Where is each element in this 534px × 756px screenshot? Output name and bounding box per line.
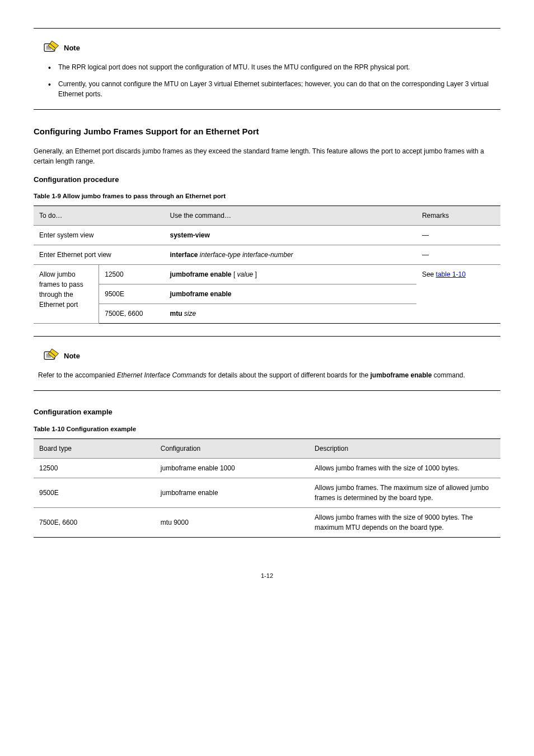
- table-row: Enter Ethernet port view interface inter…: [34, 245, 500, 265]
- note-block-1: Note The RPR logical port does not suppo…: [38, 40, 500, 99]
- page-number: 1-12: [34, 571, 500, 581]
- cell-remarks-group: See table 1-10: [416, 265, 500, 324]
- cell-board: 7500E, 6600: [99, 304, 165, 324]
- cmd-arg-inner: value: [237, 270, 254, 278]
- table-row: 7500E, 6600 mtu 9000 Allows jumbo frames…: [34, 508, 500, 538]
- section-body-text: Generally, an Ethernet port discards jum…: [34, 146, 500, 166]
- table-row: 12500 jumboframe enable 1000 Allows jumb…: [34, 459, 500, 478]
- cell-description: Allows jumbo frames with the size of 100…: [309, 459, 500, 478]
- th-configuration: Configuration: [155, 439, 309, 459]
- note-frag-italic: Ethernet Interface Commands: [117, 371, 207, 379]
- table-header-row: To do… Use the command… Remarks: [34, 206, 500, 226]
- cell-command: jumboframe enable [ value ]: [165, 265, 416, 284]
- note-frag-bold: jumboframe enable: [370, 371, 432, 379]
- th-remarks: Remarks: [416, 206, 500, 226]
- cmd-arg: [ value ]: [233, 270, 257, 278]
- note-bullet-item: Currently, you cannot configure the MTU …: [48, 79, 500, 99]
- cell-todo: Enter Ethernet port view: [34, 245, 165, 265]
- note-frag: for details about the support of differe…: [207, 371, 371, 379]
- table-caption-label: Table 1-9: [34, 193, 61, 199]
- table-jumbo-config: To do… Use the command… Remarks Enter sy…: [34, 206, 500, 324]
- table-row: Allow jumbo frames to pass through the E…: [34, 265, 500, 284]
- note-bullet-list-1: The RPR logical port does not support th…: [38, 62, 500, 99]
- cell-description: Allows jumbo frames with the size of 900…: [309, 508, 500, 538]
- divider-top-2: [34, 336, 500, 337]
- cell-configuration: jumboframe enable 1000: [155, 459, 309, 478]
- cell-board-type: 9500E: [34, 478, 155, 508]
- cell-command: interface interface-type interface-numbe…: [165, 245, 416, 265]
- subsection-heading-example: Configuration example: [34, 407, 500, 418]
- table-header-row: Board type Configuration Description: [34, 439, 500, 459]
- table-caption-2: Table 1-10 Configuration example: [34, 424, 500, 434]
- cell-command: mtu size: [165, 304, 416, 324]
- table-row: Enter system view system-view —: [34, 226, 500, 245]
- divider-top-1: [34, 28, 500, 29]
- cell-configuration: jumboframe enable: [155, 478, 309, 508]
- note-bullet-item: The RPR logical port does not support th…: [48, 62, 500, 72]
- note-text-2: Refer to the accompanied Ethernet Interf…: [38, 370, 500, 380]
- cell-board: 9500E: [99, 284, 165, 304]
- pencil-note-icon: [41, 348, 60, 362]
- cmd-bold: interface: [170, 251, 200, 259]
- remarks-link[interactable]: table 1-10: [436, 270, 466, 278]
- cell-board: 12500: [99, 265, 165, 284]
- note-block-2: Note Refer to the accompanied Ethernet I…: [38, 348, 500, 380]
- cell-command: jumboframe enable: [165, 284, 416, 304]
- table-caption-label: Table 1-10: [34, 426, 64, 432]
- cell-description: Allows jumbo frames. The maximum size of…: [309, 478, 500, 508]
- subsection-heading-procedure: Configuration procedure: [34, 174, 500, 185]
- th-board-type: Board type: [34, 439, 155, 459]
- note-header-2: Note: [41, 348, 500, 362]
- th-description: Description: [309, 439, 500, 459]
- table-config-example: Board type Configuration Description 125…: [34, 438, 500, 538]
- cell-todo: Enter system view: [34, 226, 165, 245]
- section-heading-jumbo: Configuring Jumbo Frames Support for an …: [34, 125, 500, 138]
- cell-remarks: —: [416, 245, 500, 265]
- cmd-bold: mtu: [170, 310, 184, 318]
- cmd-arg: size: [184, 310, 196, 318]
- remarks-text: See: [422, 270, 436, 278]
- note-frag: Refer to the accompanied: [38, 371, 117, 379]
- cmd-bold: jumboframe enable: [170, 270, 233, 278]
- cell-configuration: mtu 9000: [155, 508, 309, 538]
- cell-remarks: —: [416, 226, 500, 245]
- th-command: Use the command…: [165, 206, 416, 226]
- cmd-bold: system-view: [170, 231, 210, 239]
- table-row: 9500E jumboframe enable Allows jumbo fra…: [34, 478, 500, 508]
- divider-bottom-1: [34, 109, 500, 110]
- note-label-2: Note: [64, 351, 80, 363]
- note-header-1: Note: [41, 40, 500, 54]
- cell-todo-group: Allow jumbo frames to pass through the E…: [34, 265, 99, 324]
- th-todo: To do…: [34, 206, 165, 226]
- cmd-arg: interface-type interface-number: [200, 251, 293, 259]
- note-frag: command.: [432, 371, 465, 379]
- cell-board-type: 7500E, 6600: [34, 508, 155, 538]
- pencil-note-icon: [41, 40, 60, 54]
- cell-command: system-view: [165, 226, 416, 245]
- note-label-1: Note: [64, 43, 80, 55]
- table-caption-text: Allow jumbo frames to pass through an Et…: [61, 193, 226, 199]
- cmd-bold: jumboframe enable: [170, 290, 232, 298]
- divider-bottom-2: [34, 390, 500, 391]
- table-caption-1: Table 1-9 Allow jumbo frames to pass thr…: [34, 192, 500, 201]
- table-caption-text: Configuration example: [64, 426, 136, 432]
- cell-board-type: 12500: [34, 459, 155, 478]
